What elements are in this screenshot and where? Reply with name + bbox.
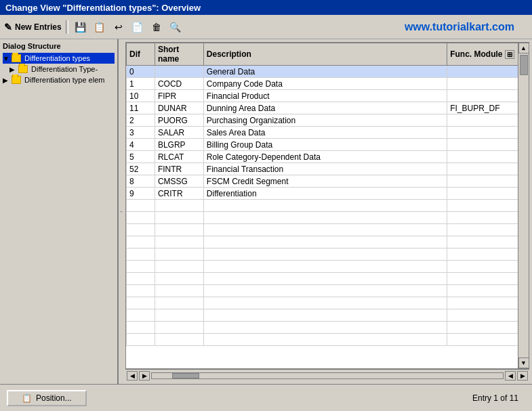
cell-func_module: [447, 127, 529, 139]
scroll-up-button[interactable]: ▲: [518, 43, 529, 53]
cell-func_module: [447, 151, 529, 163]
cell-func_module: [447, 188, 529, 200]
position-button[interactable]: 📋 Position...: [7, 390, 87, 406]
cell-dif: 2: [127, 114, 155, 127]
copy-icon: 📋: [94, 22, 105, 33]
vertical-scrollbar[interactable]: ▲ ▼: [518, 43, 529, 368]
table-row[interactable]: 52FINTRFinancial Transaction: [127, 163, 529, 175]
save-button[interactable]: 💾: [73, 19, 89, 35]
tree-item-differentiation-types[interactable]: ▼ Differentiation types: [3, 53, 115, 64]
empty-cell-func_module: [447, 297, 529, 309]
paste-button[interactable]: 📄: [129, 19, 146, 35]
col-header-dif: Dif: [127, 43, 155, 66]
right-panel: Dif Short name Description Func. Module …: [123, 39, 532, 384]
table-row[interactable]: 9CRITRDifferentiation: [127, 188, 529, 200]
undo-icon: ↩: [115, 22, 123, 33]
table-row-empty: [127, 261, 529, 273]
h-nav-left-button[interactable]: ◀: [505, 371, 516, 381]
new-entries-button[interactable]: ✎ New Entries: [4, 22, 62, 33]
h-scroll-right-nav: ◀ ▶: [505, 371, 528, 381]
tree-arrow-3: ▶: [3, 77, 9, 84]
cell-shortname: RLCAT: [155, 151, 203, 163]
tree-item-differentiation-type-elem[interactable]: ▶ Differentiation type elem: [3, 74, 115, 85]
cell-description: Company Code Data: [203, 78, 447, 90]
table-row[interactable]: 0General Data: [127, 66, 529, 78]
empty-cell-dif: [127, 309, 155, 322]
table-row[interactable]: 1COCDCompany Code Data: [127, 78, 529, 90]
tree-label-1: Differentiation types: [24, 54, 90, 62]
tree-arrow-1: ▼: [3, 55, 9, 62]
empty-cell-description: [203, 309, 447, 322]
table-row-empty: [127, 212, 529, 224]
cell-func_module: [447, 78, 529, 90]
find-icon: 🔍: [169, 22, 181, 33]
empty-cell-dif: [127, 224, 155, 236]
empty-cell-shortname: [155, 297, 203, 309]
table-row[interactable]: 4BLGRPBilling Group Data: [127, 139, 529, 151]
table-row[interactable]: 5RLCATRole Category-Dependent Data: [127, 151, 529, 163]
h-scroll-left-button[interactable]: ◀: [127, 371, 138, 381]
tree-item-differentiation-type[interactable]: ▶ Differentiation Type-: [9, 64, 115, 74]
copy-button[interactable]: 📋: [91, 19, 108, 35]
h-scroll-track[interactable]: [151, 372, 504, 379]
empty-cell-shortname: [155, 248, 203, 261]
empty-cell-dif: [127, 212, 155, 224]
cell-shortname: COCD: [155, 78, 203, 90]
empty-cell-func_module: [447, 200, 529, 212]
title-text: Change View "Differentiation types": Ove…: [5, 3, 201, 13]
save-icon: 💾: [75, 22, 86, 33]
table-row[interactable]: 10FIPRFinancial Product: [127, 90, 529, 102]
undo-button[interactable]: ↩: [110, 19, 127, 35]
col-resize-icon[interactable]: ⊞: [505, 50, 514, 59]
empty-cell-description: [203, 273, 447, 285]
table-row-empty: [127, 334, 529, 346]
toolbar: ✎ New Entries 💾 📋 ↩ 📄 🗑 🔍 www.tutorialka…: [0, 15, 532, 39]
empty-cell-dif: [127, 236, 155, 248]
table-row-empty: [127, 309, 529, 322]
h-scroll-right-button[interactable]: ▶: [139, 371, 150, 381]
cell-dif: 9: [127, 188, 155, 200]
empty-cell-func_module: [447, 322, 529, 334]
scroll-down-button[interactable]: ▼: [518, 358, 529, 368]
main-area: Dialog Structure ▼ Differentiation types…: [0, 39, 532, 384]
cell-dif: 10: [127, 90, 155, 102]
cell-dif: 8: [127, 175, 155, 188]
scroll-thumb[interactable]: [520, 55, 528, 75]
cell-dif: 1: [127, 78, 155, 90]
h-scroll-thumb[interactable]: [172, 373, 199, 378]
empty-cell-description: [203, 212, 447, 224]
position-icon: 📋: [22, 393, 32, 403]
cell-func_module: [447, 90, 529, 102]
toolbar-separator-1: [66, 20, 68, 34]
empty-cell-func_module: [447, 261, 529, 273]
empty-cell-description: [203, 297, 447, 309]
table-container: Dif Short name Description Func. Module …: [125, 42, 529, 369]
cell-description: Billing Group Data: [203, 139, 447, 151]
empty-cell-description: [203, 236, 447, 248]
new-entries-label: New Entries: [15, 22, 62, 32]
delete-button[interactable]: 🗑: [148, 19, 165, 35]
cell-description: FSCM Credit Segment: [203, 175, 447, 188]
empty-cell-shortname: [155, 334, 203, 346]
empty-cell-dif: [127, 261, 155, 273]
h-nav-right-button[interactable]: ▶: [517, 371, 528, 381]
empty-cell-dif: [127, 200, 155, 212]
empty-cell-func_module: [447, 248, 529, 261]
find-button[interactable]: 🔍: [167, 19, 184, 35]
cell-func_module: [447, 114, 529, 127]
scroll-track[interactable]: [519, 53, 529, 358]
cell-func_module: [447, 139, 529, 151]
dialog-structure-title: Dialog Structure: [3, 42, 115, 50]
table-row[interactable]: 8CMSSGFSCM Credit Segment: [127, 175, 529, 188]
table-row[interactable]: 3SALARSales Area Data: [127, 127, 529, 139]
position-label: Position...: [36, 393, 72, 403]
table-row[interactable]: 11DUNARDunning Area DataFI_BUPR_DF: [127, 102, 529, 114]
tree-arrow-2: ▶: [9, 66, 16, 73]
table-row-empty: [127, 236, 529, 248]
cell-func_module: [447, 66, 529, 78]
table-row[interactable]: 2PUORGPurchasing Organization: [127, 114, 529, 127]
folder-icon-3: [12, 75, 22, 85]
table-row-empty: [127, 248, 529, 261]
title-bar: Change View "Differentiation types": Ove…: [0, 0, 532, 15]
empty-cell-dif: [127, 273, 155, 285]
